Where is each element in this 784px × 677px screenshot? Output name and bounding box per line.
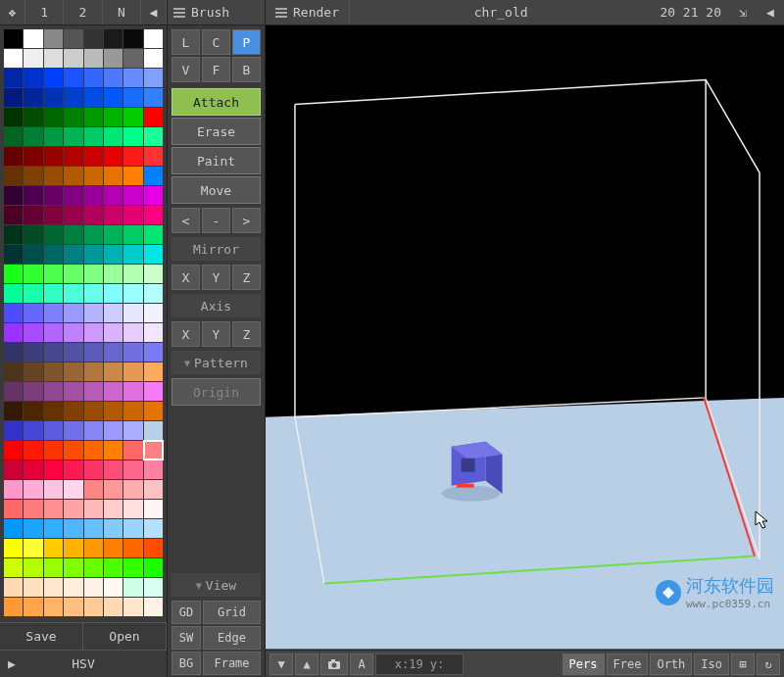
color-swatch[interactable]	[4, 304, 23, 322]
axis-z[interactable]: Z	[232, 321, 261, 347]
color-swatch[interactable]	[123, 49, 142, 68]
color-swatch[interactable]	[144, 421, 163, 440]
color-swatch[interactable]	[123, 578, 142, 597]
color-swatch[interactable]	[4, 167, 23, 185]
proj-free[interactable]: Free	[607, 653, 649, 675]
color-swatch[interactable]	[144, 206, 163, 224]
color-swatch[interactable]	[123, 402, 142, 420]
color-swatch[interactable]	[24, 323, 42, 342]
color-swatch[interactable]	[123, 304, 142, 322]
brush-mode-b[interactable]: B	[232, 57, 261, 82]
color-swatch[interactable]	[44, 323, 63, 342]
grid-toggle-icon[interactable]: ⊞	[731, 653, 755, 675]
color-swatch[interactable]	[64, 88, 82, 107]
color-swatch[interactable]	[104, 69, 122, 87]
color-swatch[interactable]	[104, 558, 122, 577]
color-swatch[interactable]	[44, 88, 63, 107]
color-swatch[interactable]	[84, 480, 103, 499]
mirror-z[interactable]: Z	[232, 265, 261, 290]
color-swatch[interactable]	[144, 402, 163, 420]
color-swatch[interactable]	[84, 539, 103, 557]
color-swatch[interactable]	[64, 519, 82, 538]
color-swatch[interactable]	[64, 460, 82, 479]
color-swatch[interactable]	[64, 382, 82, 401]
color-swatch[interactable]	[144, 147, 163, 166]
color-swatch[interactable]	[84, 167, 103, 185]
proj-pers[interactable]: Pers	[563, 653, 605, 675]
color-swatch[interactable]	[104, 500, 122, 518]
palette-tab-n[interactable]: N	[103, 0, 141, 24]
color-swatch[interactable]	[144, 558, 163, 577]
axis-x[interactable]: X	[172, 321, 200, 347]
color-swatch[interactable]	[44, 108, 63, 126]
color-swatch[interactable]	[64, 69, 82, 87]
color-swatch[interactable]	[24, 88, 42, 107]
hamburger-icon[interactable]	[173, 8, 185, 18]
color-swatch[interactable]	[24, 363, 42, 381]
color-swatch[interactable]	[44, 225, 63, 244]
color-swatch[interactable]	[24, 206, 42, 224]
color-swatch[interactable]	[64, 500, 82, 518]
vb-up-icon[interactable]: ▲	[295, 653, 318, 675]
collapse-left-icon[interactable]: ◀	[141, 0, 167, 24]
color-swatch[interactable]	[144, 304, 163, 322]
color-swatch[interactable]	[123, 284, 142, 303]
color-swatch[interactable]	[123, 363, 142, 381]
color-swatch[interactable]	[64, 323, 82, 342]
color-swatch[interactable]	[64, 304, 82, 322]
color-swatch[interactable]	[104, 402, 122, 420]
color-swatch[interactable]	[123, 147, 142, 166]
color-swatch[interactable]	[44, 127, 63, 146]
color-swatch[interactable]	[44, 245, 63, 264]
color-swatch[interactable]	[24, 265, 42, 283]
mirror-y[interactable]: Y	[202, 265, 230, 290]
collapse-right-icon[interactable]: ◀	[757, 5, 784, 20]
color-swatch[interactable]	[24, 539, 42, 557]
color-swatch[interactable]	[24, 343, 42, 362]
color-swatch[interactable]	[24, 460, 42, 479]
color-swatch[interactable]	[104, 363, 122, 381]
color-swatch[interactable]	[84, 578, 103, 597]
pattern-section[interactable]: Pattern	[172, 351, 261, 374]
color-swatch[interactable]	[44, 598, 63, 616]
brush-reset-button[interactable]: -	[202, 208, 230, 233]
color-swatch[interactable]	[84, 284, 103, 303]
color-swatch[interactable]	[123, 343, 142, 362]
view-option-edge[interactable]: Edge	[203, 626, 261, 650]
color-swatch[interactable]	[64, 167, 82, 185]
color-swatch[interactable]	[64, 206, 82, 224]
brush-mode-f[interactable]: F	[202, 57, 230, 82]
color-swatch[interactable]	[144, 500, 163, 518]
color-swatch[interactable]	[64, 402, 82, 420]
color-swatch[interactable]	[123, 225, 142, 244]
color-swatch[interactable]	[123, 186, 142, 205]
color-swatch[interactable]	[144, 480, 163, 499]
color-swatch[interactable]	[84, 304, 103, 322]
color-swatch[interactable]	[84, 186, 103, 205]
color-swatch[interactable]	[104, 127, 122, 146]
color-swatch[interactable]	[44, 304, 63, 322]
color-swatch[interactable]	[4, 441, 23, 459]
color-swatch[interactable]	[4, 225, 23, 244]
color-swatch[interactable]	[24, 598, 42, 616]
color-swatch[interactable]	[64, 343, 82, 362]
color-swatch[interactable]	[24, 382, 42, 401]
color-swatch[interactable]	[144, 167, 163, 185]
color-swatch[interactable]	[144, 265, 163, 283]
color-swatch[interactable]	[44, 519, 63, 538]
color-swatch[interactable]	[44, 460, 63, 479]
color-swatch[interactable]	[4, 598, 23, 616]
color-swatch[interactable]	[64, 539, 82, 557]
color-swatch[interactable]	[84, 69, 103, 87]
color-swatch[interactable]	[104, 88, 122, 107]
color-swatch[interactable]	[84, 500, 103, 518]
color-swatch[interactable]	[104, 480, 122, 499]
brush-mode-c[interactable]: C	[202, 29, 230, 55]
color-swatch[interactable]	[123, 69, 142, 87]
color-swatch[interactable]	[4, 186, 23, 205]
color-swatch[interactable]	[104, 49, 122, 68]
color-swatch[interactable]	[84, 206, 103, 224]
color-swatch[interactable]	[123, 441, 142, 459]
color-swatch[interactable]	[84, 323, 103, 342]
move-button[interactable]: Move	[172, 176, 261, 204]
